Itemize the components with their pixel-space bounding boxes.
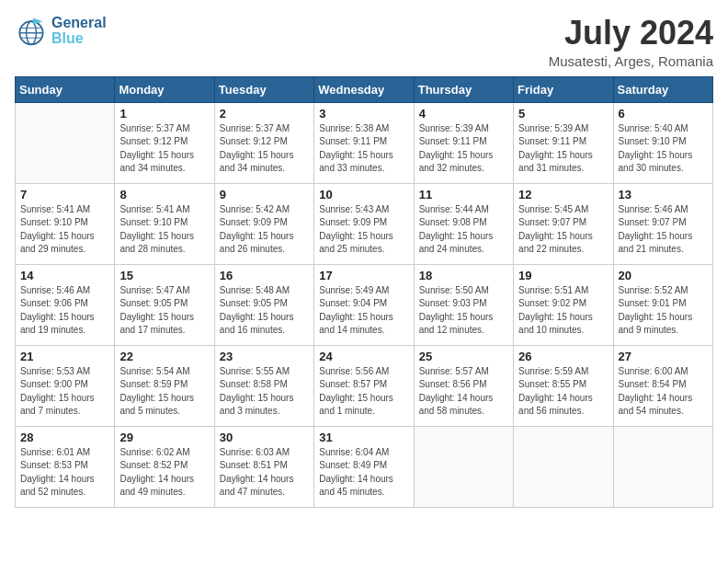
location-title: Musatesti, Arges, Romania — [549, 53, 713, 69]
day-cell-2-4: 18Sunrise: 5:50 AMSunset: 9:03 PMDayligh… — [414, 264, 513, 345]
day-number: 27 — [619, 350, 708, 363]
day-info: Sunrise: 5:50 AMSunset: 9:03 PMDaylight:… — [419, 284, 508, 338]
week-row-0: 1Sunrise: 5:37 AMSunset: 9:12 PMDaylight… — [16, 102, 713, 183]
day-info: Sunrise: 5:37 AMSunset: 9:12 PMDaylight:… — [220, 122, 309, 176]
logo-general: General — [51, 16, 107, 31]
day-cell-0-1: 1Sunrise: 5:37 AMSunset: 9:12 PMDaylight… — [115, 102, 214, 183]
week-row-4: 28Sunrise: 6:01 AMSunset: 8:53 PMDayligh… — [16, 426, 713, 507]
day-number: 5 — [518, 107, 608, 121]
day-cell-3-5: 26Sunrise: 5:59 AMSunset: 8:55 PMDayligh… — [514, 345, 613, 426]
day-info: Sunrise: 5:52 AMSunset: 9:01 PMDaylight:… — [619, 284, 708, 338]
day-cell-2-1: 15Sunrise: 5:47 AMSunset: 9:05 PMDayligh… — [115, 264, 214, 345]
day-number: 10 — [319, 188, 408, 201]
day-info: Sunrise: 6:04 AMSunset: 8:49 PMDaylight:… — [319, 446, 408, 500]
day-cell-1-6: 13Sunrise: 5:46 AMSunset: 9:07 PMDayligh… — [613, 183, 712, 264]
day-info: Sunrise: 5:48 AMSunset: 9:05 PMDaylight:… — [220, 284, 309, 338]
day-cell-0-0 — [16, 102, 115, 183]
day-number: 13 — [619, 188, 708, 201]
day-number: 17 — [319, 269, 408, 282]
title-block: July 2024 Musatesti, Arges, Romania — [549, 15, 713, 69]
day-number: 14 — [20, 269, 109, 282]
day-cell-2-6: 20Sunrise: 5:52 AMSunset: 9:01 PMDayligh… — [613, 264, 712, 345]
day-cell-4-2: 30Sunrise: 6:03 AMSunset: 8:51 PMDayligh… — [214, 426, 313, 507]
day-cell-4-3: 31Sunrise: 6:04 AMSunset: 8:49 PMDayligh… — [314, 426, 414, 507]
logo-blue: Blue — [51, 31, 107, 47]
day-cell-1-2: 9Sunrise: 5:42 AMSunset: 9:09 PMDaylight… — [214, 183, 313, 264]
day-cell-1-3: 10Sunrise: 5:43 AMSunset: 9:09 PMDayligh… — [314, 183, 414, 264]
day-info: Sunrise: 5:43 AMSunset: 9:09 PMDaylight:… — [319, 203, 408, 257]
col-sunday: Sunday — [16, 76, 115, 102]
day-info: Sunrise: 5:42 AMSunset: 9:09 PMDaylight:… — [220, 203, 309, 257]
day-number: 25 — [419, 350, 508, 363]
day-number: 18 — [419, 269, 508, 282]
day-info: Sunrise: 5:57 AMSunset: 8:56 PMDaylight:… — [419, 365, 508, 419]
day-cell-0-5: 5Sunrise: 5:39 AMSunset: 9:11 PMDaylight… — [514, 102, 613, 183]
header-row: Sunday Monday Tuesday Wednesday Thursday… — [16, 76, 713, 102]
day-info: Sunrise: 5:40 AMSunset: 9:10 PMDaylight:… — [619, 122, 708, 176]
day-info: Sunrise: 5:47 AMSunset: 9:05 PMDaylight:… — [119, 284, 209, 338]
day-info: Sunrise: 5:55 AMSunset: 8:58 PMDaylight:… — [220, 365, 309, 419]
calendar-table: Sunday Monday Tuesday Wednesday Thursday… — [15, 76, 713, 508]
day-cell-3-4: 25Sunrise: 5:57 AMSunset: 8:56 PMDayligh… — [414, 345, 513, 426]
day-cell-2-2: 16Sunrise: 5:48 AMSunset: 9:05 PMDayligh… — [214, 264, 313, 345]
col-monday: Monday — [115, 76, 214, 102]
day-number: 28 — [20, 431, 109, 444]
day-info: Sunrise: 5:44 AMSunset: 9:08 PMDaylight:… — [419, 203, 508, 257]
day-number: 15 — [119, 269, 209, 282]
day-cell-1-4: 11Sunrise: 5:44 AMSunset: 9:08 PMDayligh… — [414, 183, 513, 264]
day-info: Sunrise: 5:41 AMSunset: 9:10 PMDaylight:… — [20, 203, 109, 257]
day-number: 12 — [518, 188, 608, 201]
day-info: Sunrise: 6:01 AMSunset: 8:53 PMDaylight:… — [20, 446, 109, 500]
day-number: 31 — [319, 431, 408, 444]
day-info: Sunrise: 5:39 AMSunset: 9:11 PMDaylight:… — [419, 122, 508, 176]
day-number: 7 — [20, 188, 109, 201]
day-number: 21 — [20, 350, 109, 363]
day-info: Sunrise: 5:46 AMSunset: 9:06 PMDaylight:… — [20, 284, 109, 338]
day-number: 19 — [518, 269, 608, 282]
day-info: Sunrise: 5:51 AMSunset: 9:02 PMDaylight:… — [518, 284, 608, 338]
calendar-body: 1Sunrise: 5:37 AMSunset: 9:12 PMDaylight… — [16, 102, 713, 507]
day-number: 1 — [119, 107, 209, 121]
day-info: Sunrise: 6:00 AMSunset: 8:54 PMDaylight:… — [619, 365, 708, 419]
day-number: 9 — [220, 188, 309, 201]
day-info: Sunrise: 6:03 AMSunset: 8:51 PMDaylight:… — [220, 446, 309, 500]
day-cell-2-3: 17Sunrise: 5:49 AMSunset: 9:04 PMDayligh… — [314, 264, 414, 345]
day-info: Sunrise: 5:37 AMSunset: 9:12 PMDaylight:… — [119, 122, 209, 176]
day-info: Sunrise: 5:54 AMSunset: 8:59 PMDaylight:… — [119, 365, 209, 419]
day-number: 11 — [419, 188, 508, 201]
day-number: 24 — [319, 350, 408, 363]
day-info: Sunrise: 5:56 AMSunset: 8:57 PMDaylight:… — [319, 365, 408, 419]
header: General Blue July 2024 Musatesti, Arges,… — [15, 15, 713, 69]
day-number: 20 — [619, 269, 708, 282]
day-cell-3-6: 27Sunrise: 6:00 AMSunset: 8:54 PMDayligh… — [613, 345, 712, 426]
day-cell-1-5: 12Sunrise: 5:45 AMSunset: 9:07 PMDayligh… — [514, 183, 613, 264]
col-wednesday: Wednesday — [314, 76, 414, 102]
day-number: 16 — [220, 269, 309, 282]
day-cell-1-0: 7Sunrise: 5:41 AMSunset: 9:10 PMDaylight… — [16, 183, 115, 264]
logo-icon — [15, 15, 48, 48]
week-row-3: 21Sunrise: 5:53 AMSunset: 9:00 PMDayligh… — [16, 345, 713, 426]
col-friday: Friday — [514, 76, 613, 102]
day-info: Sunrise: 5:59 AMSunset: 8:55 PMDaylight:… — [518, 365, 608, 419]
day-number: 23 — [220, 350, 309, 363]
day-cell-0-4: 4Sunrise: 5:39 AMSunset: 9:11 PMDaylight… — [414, 102, 513, 183]
day-info: Sunrise: 6:02 AMSunset: 8:52 PMDaylight:… — [119, 446, 209, 500]
day-number: 6 — [619, 107, 708, 121]
month-title: July 2024 — [549, 15, 713, 52]
day-number: 2 — [220, 107, 309, 121]
day-cell-4-5 — [514, 426, 613, 507]
calendar-header: Sunday Monday Tuesday Wednesday Thursday… — [16, 76, 713, 102]
day-info: Sunrise: 5:53 AMSunset: 9:00 PMDaylight:… — [20, 365, 109, 419]
day-info: Sunrise: 5:49 AMSunset: 9:04 PMDaylight:… — [319, 284, 408, 338]
day-number: 30 — [220, 431, 309, 444]
day-number: 22 — [119, 350, 209, 363]
day-cell-3-3: 24Sunrise: 5:56 AMSunset: 8:57 PMDayligh… — [314, 345, 414, 426]
day-cell-4-6 — [613, 426, 712, 507]
logo-name: General Blue — [51, 16, 107, 47]
day-info: Sunrise: 5:39 AMSunset: 9:11 PMDaylight:… — [518, 122, 608, 176]
day-info: Sunrise: 5:46 AMSunset: 9:07 PMDaylight:… — [619, 203, 708, 257]
day-cell-0-3: 3Sunrise: 5:38 AMSunset: 9:11 PMDaylight… — [314, 102, 414, 183]
day-number: 26 — [518, 350, 608, 363]
day-cell-2-5: 19Sunrise: 5:51 AMSunset: 9:02 PMDayligh… — [514, 264, 613, 345]
col-thursday: Thursday — [414, 76, 513, 102]
